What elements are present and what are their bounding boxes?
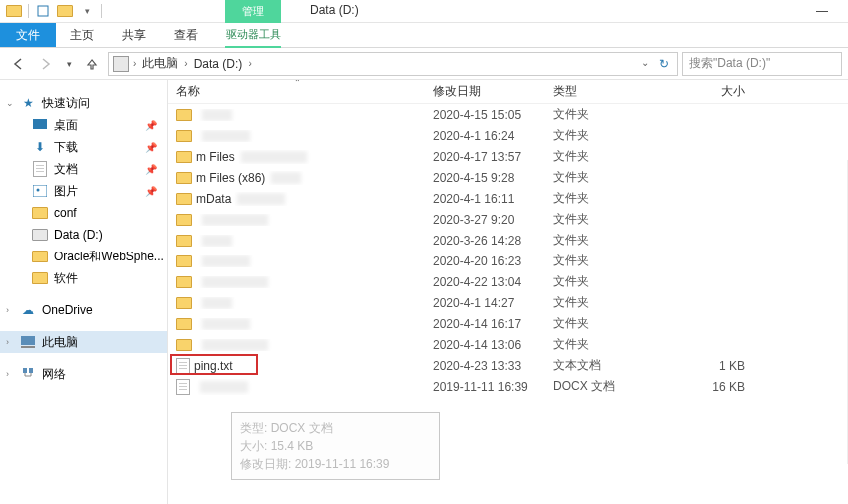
pin-icon: 📌 [145, 120, 157, 131]
sidebar-item-label: 下载 [54, 139, 78, 156]
cell-name [168, 109, 425, 121]
redacted-name [271, 172, 301, 184]
drive-icon [113, 56, 129, 72]
tab-share[interactable]: 共享 [108, 23, 160, 47]
folder-icon [32, 249, 48, 264]
cell-type: DOCX 文档 [545, 378, 653, 395]
tooltip-type: 类型: DOCX 文档 [240, 419, 431, 437]
sidebar-item-label: Data (D:) [54, 228, 103, 242]
arrow-right-icon [39, 57, 53, 71]
table-row[interactable]: 2020-4-15 15:05文件夹 [168, 104, 848, 125]
table-row[interactable]: 2020-4-14 16:17文件夹 [168, 313, 848, 334]
sidebar-item-label: 软件 [54, 270, 78, 287]
cell-type: 文件夹 [545, 232, 653, 249]
sidebar-item-quick-access[interactable]: ⌄ ★ 快速访问 [0, 92, 167, 114]
redacted-name [202, 235, 232, 247]
pin-icon: 📌 [145, 142, 157, 153]
titlebar: ▾ 管理 Data (D:) — [0, 0, 848, 23]
table-row[interactable]: 2020-3-27 9:20文件夹 [168, 209, 848, 230]
cell-date: 2020-4-1 16:11 [425, 192, 545, 206]
sidebar-item-data-d[interactable]: Data (D:) [0, 224, 167, 246]
sidebar-item-pictures[interactable]: 图片 📌 [0, 180, 167, 202]
table-row[interactable]: mData2020-4-1 16:11文件夹 [168, 188, 848, 209]
refresh-icon[interactable]: ↻ [655, 57, 673, 71]
sort-indicator-icon: ⌃ [294, 80, 301, 87]
folder-icon [32, 205, 48, 221]
breadcrumb-location[interactable]: Data (D:) [192, 57, 245, 71]
cell-type: 文件夹 [545, 211, 653, 228]
col-type[interactable]: 类型 [545, 80, 653, 103]
chevron-down-icon: ⌄ [6, 98, 14, 108]
sidebar-item-oracle[interactable]: Oracle和WebSphe... [0, 246, 167, 267]
redacted-name [237, 193, 285, 205]
cell-type: 文件夹 [545, 127, 653, 144]
table-row[interactable]: m Files (x86)2020-4-15 9:28文件夹 [168, 167, 848, 188]
svg-rect-5 [21, 346, 35, 348]
table-row[interactable]: 2019-11-11 16:39DOCX 文档16 KB [168, 376, 848, 397]
window-title: Data (D:) [310, 3, 359, 17]
document-icon [32, 161, 48, 177]
col-name[interactable]: ⌃ 名称 [168, 80, 425, 103]
sidebar-item-conf[interactable]: conf [0, 202, 167, 224]
redacted-name [202, 109, 232, 121]
pc-icon [20, 334, 36, 350]
sidebar-item-label: 桌面 [54, 117, 78, 134]
table-row[interactable]: 2020-3-26 14:28文件夹 [168, 230, 848, 251]
back-button[interactable] [6, 52, 30, 76]
divider [101, 4, 102, 18]
col-size[interactable]: 大小 [653, 80, 753, 103]
minimize-button[interactable]: — [808, 4, 836, 18]
pin-icon: 📌 [145, 164, 157, 175]
breadcrumb-sep: › [184, 58, 187, 69]
sidebar-item-documents[interactable]: 文档 📌 [0, 158, 167, 180]
network-icon [20, 366, 36, 382]
table-row[interactable]: ping.txt2020-4-23 13:33文本文档1 KB [168, 355, 848, 376]
table-row[interactable]: 2020-4-22 13:04文件夹 [168, 271, 848, 292]
sidebar-item-onedrive[interactable]: › ☁ OneDrive [0, 299, 167, 321]
sidebar-item-desktop[interactable]: 桌面 📌 [0, 114, 167, 136]
table-row[interactable]: m Files2020-4-17 13:57文件夹 [168, 146, 848, 167]
dropdown-icon[interactable]: ⌄ [637, 57, 653, 71]
cell-name [168, 379, 425, 395]
cell-name [168, 276, 425, 288]
sidebar-item-downloads[interactable]: ⬇ 下载 📌 [0, 136, 167, 158]
table-row[interactable]: 2020-4-14 13:06文件夹 [168, 334, 848, 355]
history-dropdown[interactable]: ▾ [62, 52, 76, 76]
cell-name [168, 297, 425, 309]
divider [28, 4, 29, 18]
tab-view[interactable]: 查看 [160, 23, 212, 47]
folder-icon [32, 270, 48, 286]
qat-dropdown-icon[interactable]: ▾ [77, 1, 97, 21]
forward-button[interactable] [34, 52, 58, 76]
cell-name [168, 339, 425, 351]
properties-icon[interactable] [33, 1, 53, 21]
manage-tab[interactable]: 管理 [225, 0, 281, 23]
sidebar-item-network[interactable]: › 网络 [0, 363, 167, 385]
table-row[interactable]: 2020-4-1 14:27文件夹 [168, 292, 848, 313]
svg-point-3 [37, 189, 40, 192]
cell-size: 16 KB [653, 380, 753, 394]
cell-date: 2020-4-23 13:33 [425, 359, 545, 373]
address-bar[interactable]: › 此电脑 › Data (D:) › ⌄ ↻ [108, 52, 678, 76]
tab-drive-tools[interactable]: 驱动器工具 [225, 23, 281, 48]
col-date[interactable]: 修改日期 [425, 80, 545, 103]
sidebar-item-software[interactable]: 软件 [0, 267, 167, 289]
tab-home[interactable]: 主页 [56, 23, 108, 47]
breadcrumb-sep: › [248, 58, 251, 69]
cell-date: 2020-3-26 14:28 [425, 234, 545, 248]
sidebar-item-label: 网络 [42, 366, 66, 383]
sidebar: ⌄ ★ 快速访问 桌面 📌 ⬇ 下载 📌 文档 📌 图片 [0, 80, 168, 504]
table-row[interactable]: 2020-4-20 16:23文件夹 [168, 251, 848, 271]
folder-icon [176, 235, 192, 247]
tab-file[interactable]: 文件 [0, 23, 56, 47]
redacted-name [241, 151, 307, 163]
folder-qat-icon[interactable] [55, 1, 75, 21]
cell-name [168, 235, 425, 247]
up-button[interactable] [80, 52, 104, 76]
breadcrumb-this-pc[interactable]: 此电脑 [140, 55, 180, 72]
table-row[interactable]: 2020-4-1 16:24文件夹 [168, 125, 848, 146]
sidebar-item-this-pc[interactable]: › 此电脑 [0, 331, 167, 353]
search-input[interactable]: 搜索"Data (D:)" [682, 52, 842, 76]
redacted-name [202, 255, 250, 267]
cell-type: 文件夹 [545, 190, 653, 207]
